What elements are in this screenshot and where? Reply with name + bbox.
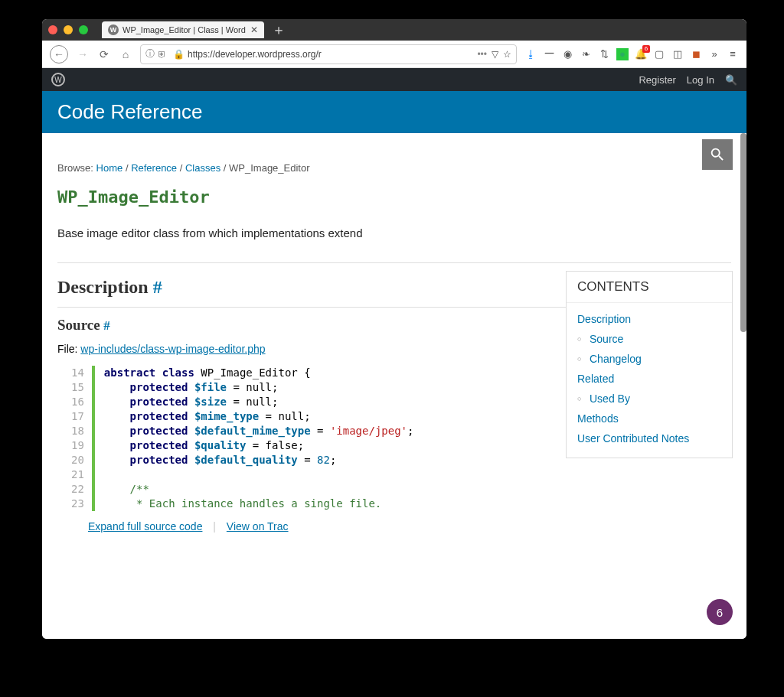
window-titlebar: W WP_Image_Editor | Class | Word ✕ ＋ [42,19,746,41]
toc-item[interactable]: Source [577,329,721,349]
toc-item[interactable]: Related [577,369,721,389]
close-window-button[interactable] [48,25,57,34]
notification-bell-icon[interactable]: 🔔6 [635,48,647,60]
breadcrumb-link[interactable]: Reference [131,162,177,174]
login-link[interactable]: Log In [687,74,714,86]
toolbar-extensions: ⭳ 𝍠 ◉ ❧ ⇅ ● 🔔6 ▢ ◫ ◼ » ≡ [524,48,739,60]
grammarly-icon[interactable]: ● [616,48,629,60]
source-file-link[interactable]: wp-includes/class-wp-image-editor.php [80,343,265,355]
line-numbers: 14151617181920212223 [71,366,92,511]
notes-count-badge[interactable]: 6 [707,599,733,625]
view-on-trac-link[interactable]: View on Trac [227,520,289,533]
divider [57,262,731,263]
wordpress-logo-icon[interactable]: W [51,73,65,86]
code-actions: Expand full source code | View on Trac [88,520,731,533]
expand-source-link[interactable]: Expand full source code [88,520,202,533]
minimize-window-button[interactable] [64,25,73,34]
download-icon[interactable]: ⭳ [524,48,537,60]
description-anchor-icon[interactable]: # [153,277,162,297]
toc-item[interactable]: Methods [577,409,721,428]
search-icon[interactable]: 🔍 [725,74,737,86]
scrollbar[interactable] [740,133,746,332]
bookmark-star-icon[interactable]: ☆ [503,49,511,60]
hamburger-menu-icon[interactable]: ≡ [727,48,739,60]
home-button[interactable]: ⌂ [119,47,132,61]
code-content: abstract class WP_Image_Editor { protect… [95,366,414,511]
toc-item[interactable]: Description [577,309,721,329]
reload-button[interactable]: ⟳ [97,47,111,61]
toc-item[interactable]: Used By [577,389,721,409]
sidebar-icon[interactable]: ◫ [671,48,684,60]
browser-window: W WP_Image_Editor | Class | Word ✕ ＋ ← →… [42,19,746,639]
breadcrumb-link[interactable]: Classes [185,162,220,174]
extension-3-icon[interactable]: ▢ [653,48,665,60]
evernote-icon[interactable]: ❧ [580,48,592,60]
maximize-window-button[interactable] [79,25,88,34]
overflow-icon[interactable]: » [708,48,720,60]
source-anchor-icon[interactable]: # [103,318,110,333]
breadcrumb-link[interactable]: Home [96,162,123,174]
site-title: Code Reference [57,100,202,124]
toc-item[interactable]: User Contributed Notes [577,428,721,448]
browser-tab[interactable]: W WP_Image_Editor | Class | Word ✕ [102,21,264,38]
wordpress-favicon-icon: W [108,24,119,35]
library-icon[interactable]: 𝍠 [543,48,555,60]
site-header: Code Reference [42,91,746,133]
toc-heading: CONTENTS [567,272,732,303]
url-field[interactable]: ⓘ ⛨ 🔒 https://developer.wordpress.org/r … [140,44,517,64]
extension-4-icon[interactable]: ◼ [690,48,702,60]
register-link[interactable]: Register [639,74,675,86]
info-icon[interactable]: ⓘ [145,47,155,60]
address-bar: ← → ⟳ ⌂ ⓘ ⛨ 🔒 https://developer.wordpres… [42,41,746,68]
table-of-contents: CONTENTS DescriptionSourceChangelogRelat… [566,271,733,458]
new-tab-button[interactable]: ＋ [272,21,286,39]
tab-title: WP_Image_Editor | Class | Word [122,25,246,34]
toc-item[interactable]: Changelog [577,349,721,369]
extension-2-icon[interactable]: ⇅ [598,48,610,60]
breadcrumb-current: WP_Image_Editor [229,162,310,174]
url-text: https://developer.wordpress.org/r [188,49,322,60]
back-button[interactable]: ← [50,45,68,64]
breadcrumb: Browse: Home / Reference / Classes / WP_… [57,162,731,174]
open-search-button[interactable] [702,139,733,170]
breadcrumb-prefix: Browse: [57,162,93,174]
shield-icon[interactable]: ⛨ [158,49,167,60]
more-icon[interactable]: ••• [477,49,487,60]
lock-icon: 🔒 [173,49,185,60]
page-title: WP_Image_Editor [57,187,731,207]
close-tab-icon[interactable]: ✕ [250,24,258,35]
forward-button[interactable]: → [76,47,90,61]
pocket-icon[interactable]: ▽ [492,49,498,60]
extension-1-icon[interactable]: ◉ [561,48,573,60]
page-content: Browse: Home / Reference / Classes / WP_… [42,133,746,639]
wp-admin-bar: W Register Log In 🔍 [42,68,746,91]
page-summary: Base image editor class from which imple… [57,226,731,239]
